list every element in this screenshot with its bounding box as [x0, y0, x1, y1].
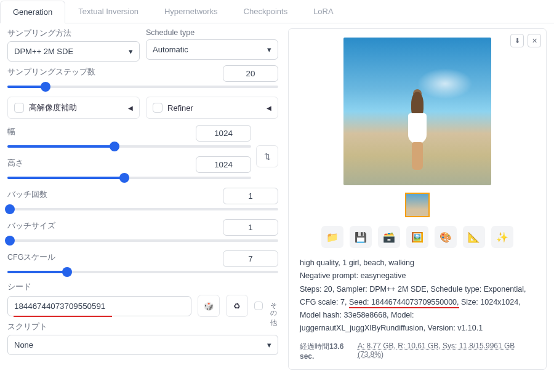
batch-count-slider[interactable]	[7, 204, 278, 214]
steps-slider[interactable]	[7, 82, 278, 92]
reuse-seed-button[interactable]: ♻	[226, 295, 248, 317]
swap-dimensions-button[interactable]: ⇅	[256, 145, 278, 167]
memory-stats: A: 8.77 GB, R: 10.61 GB, Sys: 11.8/15.99…	[358, 342, 535, 361]
select-value: None	[14, 340, 33, 350]
height-label: 高さ	[7, 158, 23, 169]
preview-panel: ⬇ ✕ 📁 💾 🗃️ 🖼️ 🎨 📐 ✨ high quality, 1 girl…	[288, 28, 547, 370]
height-slider[interactable]	[7, 173, 251, 183]
download-icon: ⬇	[515, 37, 520, 45]
random-seed-button[interactable]: 🎲	[198, 295, 220, 317]
chevron-down-icon: ▾	[267, 340, 271, 350]
zip-button[interactable]: 🗃️	[378, 226, 400, 248]
batch-size-input[interactable]	[223, 219, 278, 236]
chevron-down-icon: ▾	[267, 45, 271, 54]
recycle-icon: ♻	[233, 302, 241, 311]
schedule-type-select[interactable]: Automatic ▾	[146, 39, 278, 60]
cfg-slider[interactable]	[7, 267, 278, 277]
tab-checkpoints[interactable]: Checkpoints	[231, 0, 301, 23]
send-extras-button[interactable]: 📐	[463, 226, 485, 248]
select-value: Automatic	[153, 45, 188, 54]
elapsed-label: 経過時間	[300, 342, 329, 351]
hires-accordion[interactable]: 高解像度補助 ◀	[7, 97, 140, 119]
swap-icon: ⇅	[264, 152, 271, 161]
neg-label: Negative prompt:	[300, 271, 361, 280]
batch-size-label: バッチサイズ	[7, 221, 55, 231]
tab-hypernetworks[interactable]: Hypernetworks	[151, 0, 231, 23]
download-button[interactable]: ⬇	[510, 34, 524, 47]
script-label: スクリプト	[7, 322, 278, 332]
send-inpaint-button[interactable]: 🎨	[435, 226, 457, 248]
extra-checkbox[interactable]	[254, 302, 263, 310]
script-select[interactable]: None ▾	[7, 335, 278, 355]
refiner-accordion[interactable]: Refiner ◀	[146, 97, 278, 119]
send-img2img-button[interactable]: 🖼️	[406, 226, 428, 248]
sampling-method-select[interactable]: DPM++ 2M SDE ▾	[7, 41, 140, 62]
close-button[interactable]: ✕	[528, 34, 541, 47]
hires-label: 高解像度補助	[29, 102, 77, 113]
close-icon: ✕	[532, 37, 537, 45]
ruler-icon: 📐	[468, 231, 480, 243]
width-input[interactable]	[196, 125, 251, 142]
caret-left-icon: ◀	[128, 105, 133, 111]
hires-checkbox[interactable]	[14, 103, 24, 113]
palette-icon: 🎨	[440, 231, 452, 243]
height-input[interactable]	[196, 156, 251, 173]
output-thumbnail[interactable]	[405, 193, 430, 217]
cfg-input[interactable]	[223, 250, 278, 267]
generation-info: high quality, 1 girl, beach, walking Neg…	[297, 257, 537, 335]
prompt-text: high quality, 1 girl, beach, walking	[300, 257, 535, 270]
other-label: その他	[269, 298, 278, 314]
refiner-checkbox[interactable]	[153, 103, 163, 113]
select-value: DPM++ 2M SDE	[14, 47, 73, 56]
seed-input[interactable]	[7, 296, 191, 316]
dice-icon: 🎲	[204, 302, 214, 311]
tab-lora[interactable]: LoRA	[300, 0, 347, 23]
steps-label: サンプリングステップ数	[7, 67, 95, 78]
chevron-down-icon: ▾	[129, 47, 133, 56]
seed-label: シード	[7, 282, 278, 292]
batch-count-input[interactable]	[223, 188, 278, 204]
width-label: 幅	[7, 127, 15, 137]
save-icon: 💾	[355, 231, 367, 243]
open-folder-button[interactable]: 📁	[321, 226, 343, 248]
batch-count-label: バッチ回数	[7, 190, 47, 200]
seed-info-underline: Seed: 18446744073709550000,	[349, 298, 459, 308]
tab-bar: Generation Textual Inversion Hypernetwor…	[0, 0, 554, 23]
sampling-method-label: サンプリング方法	[7, 28, 140, 39]
sparkle-icon: ✨	[496, 231, 508, 243]
archive-icon: 🗃️	[383, 231, 395, 243]
tab-generation[interactable]: Generation	[0, 1, 65, 23]
width-slider[interactable]	[7, 142, 251, 151]
refiner-label: Refiner	[167, 103, 193, 113]
neg-text: easynegative	[361, 271, 406, 280]
save-button[interactable]: 💾	[350, 226, 372, 248]
schedule-type-label: Schedule type	[146, 28, 278, 37]
tab-textual-inversion[interactable]: Textual Inversion	[65, 0, 151, 23]
extras-button[interactable]: ✨	[491, 226, 513, 248]
cfg-label: CFGスケール	[7, 252, 55, 263]
steps-input[interactable]	[223, 65, 278, 82]
batch-size-slider[interactable]	[7, 236, 278, 246]
seed-underline	[14, 316, 112, 317]
output-image[interactable]	[343, 38, 491, 185]
caret-left-icon: ◀	[267, 105, 271, 111]
folder-icon: 📁	[326, 231, 339, 243]
image-icon: 🖼️	[411, 231, 424, 243]
